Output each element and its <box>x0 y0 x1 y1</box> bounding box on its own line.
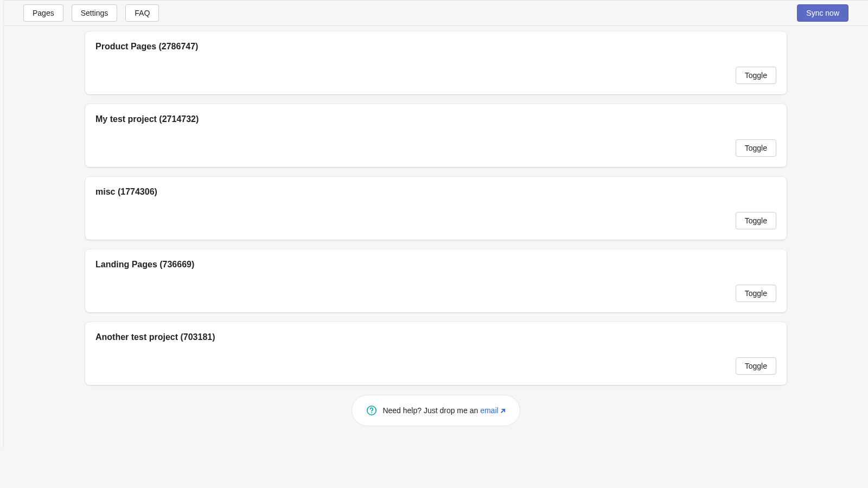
topbar: Pages Settings FAQ Sync now <box>4 0 868 26</box>
project-card: misc (1774306) Toggle <box>85 177 787 240</box>
toggle-button[interactable]: Toggle <box>736 212 776 229</box>
toggle-button[interactable]: Toggle <box>736 357 776 375</box>
project-title: Landing Pages (736669) <box>95 260 776 269</box>
help-banner: Need help? Just drop me an email <box>352 395 520 426</box>
tab-pages[interactable]: Pages <box>23 4 63 22</box>
help-text-prefix: Need help? Just drop me an <box>382 406 480 415</box>
project-card: My test project (2714732) Toggle <box>85 104 787 167</box>
svg-point-1 <box>371 412 372 413</box>
help-text: Need help? Just drop me an email <box>382 406 505 415</box>
project-card: Another test project (703181) Toggle <box>85 322 787 385</box>
toggle-button[interactable]: Toggle <box>736 139 776 157</box>
project-title: My test project (2714732) <box>95 114 776 124</box>
toggle-button[interactable]: Toggle <box>736 67 776 84</box>
sync-now-button[interactable]: Sync now <box>797 4 848 22</box>
question-circle-icon <box>366 405 377 416</box>
project-title: Another test project (703181) <box>95 332 776 342</box>
toggle-button[interactable]: Toggle <box>736 285 776 302</box>
tab-faq[interactable]: FAQ <box>125 4 159 22</box>
help-link-label: email <box>480 406 498 415</box>
help-section: Need help? Just drop me an email <box>85 395 787 426</box>
external-link-icon <box>500 408 506 414</box>
tab-settings[interactable]: Settings <box>72 4 118 22</box>
tabs: Pages Settings FAQ <box>23 4 159 22</box>
project-card: Product Pages (2786747) Toggle <box>85 31 787 94</box>
project-card: Landing Pages (736669) Toggle <box>85 249 787 312</box>
project-title: misc (1774306) <box>95 187 776 197</box>
help-email-link[interactable]: email <box>480 406 505 415</box>
project-title: Product Pages (2786747) <box>95 42 776 52</box>
content: Product Pages (2786747) Toggle My test p… <box>4 26 868 448</box>
